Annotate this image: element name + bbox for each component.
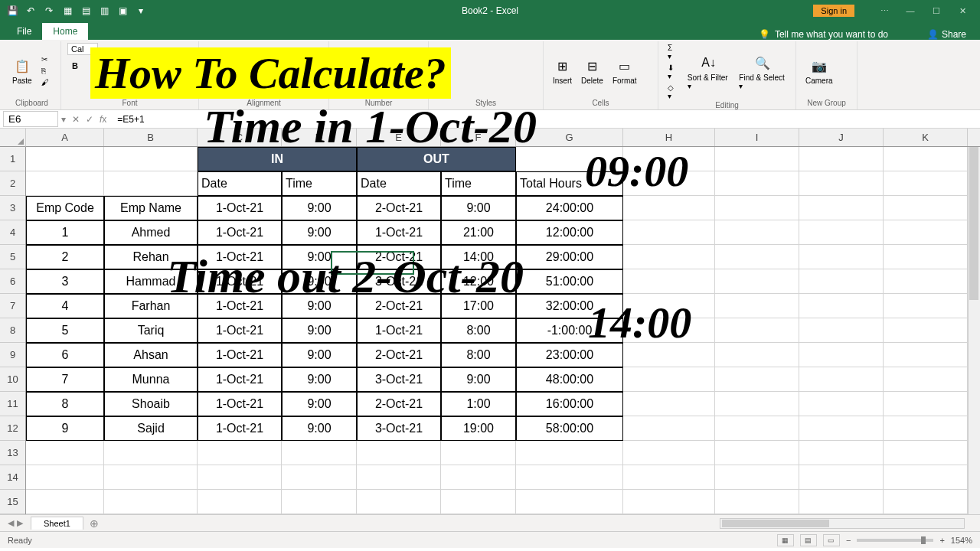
cell[interactable]: Sajid <box>104 416 198 441</box>
cell[interactable] <box>516 465 623 490</box>
cell[interactable]: 8:00 <box>441 318 516 343</box>
qat-icon-4[interactable]: ▣ <box>116 5 129 17</box>
formula-input[interactable] <box>113 112 980 126</box>
cell[interactable]: Time <box>282 171 357 196</box>
column-header[interactable]: G <box>516 129 623 146</box>
cell[interactable] <box>884 441 968 465</box>
redo-icon[interactable]: ↷ <box>43 5 55 17</box>
cancel-formula-icon[interactable]: ✕ <box>72 114 80 125</box>
cell[interactable]: 2-Oct-21 <box>357 392 441 416</box>
cell[interactable]: Ahsan <box>104 343 198 367</box>
cell[interactable] <box>884 367 968 392</box>
cell[interactable]: 48:00:00 <box>516 367 623 392</box>
cell[interactable]: 3-Oct-21 <box>357 367 441 392</box>
minimize-icon[interactable]: — <box>899 3 922 18</box>
file-tab[interactable]: File <box>6 23 42 40</box>
cell[interactable] <box>26 147 104 171</box>
cell[interactable] <box>884 171 968 196</box>
cell[interactable]: 8:00 <box>441 343 516 367</box>
cell[interactable]: 1-Oct-21 <box>198 367 282 392</box>
signin-button[interactable]: Sign in <box>813 5 854 17</box>
qat-more-icon[interactable]: ▾ <box>135 5 147 17</box>
clear-button[interactable]: ◇ ▾ <box>665 83 681 101</box>
normal-view-button[interactable]: ▦ <box>777 534 794 546</box>
name-box[interactable] <box>3 111 58 127</box>
cell[interactable]: 9 <box>26 416 104 441</box>
cell[interactable] <box>623 220 715 245</box>
cell[interactable]: 2-Oct-21 <box>357 343 441 367</box>
cell[interactable] <box>884 220 968 245</box>
cell[interactable] <box>104 465 198 490</box>
cell[interactable]: 1-Oct-21 <box>198 416 282 441</box>
cell[interactable] <box>623 392 715 416</box>
cell[interactable] <box>715 465 799 490</box>
cell[interactable]: 4 <box>26 294 104 318</box>
cell[interactable] <box>516 441 623 465</box>
cell[interactable]: 24:00:00 <box>516 196 623 220</box>
cell[interactable] <box>623 343 715 367</box>
cell[interactable] <box>623 294 715 318</box>
share-button[interactable]: 👤 Share <box>927 29 966 40</box>
camera-button[interactable]: 📷Camera <box>802 55 836 86</box>
cell[interactable]: Date <box>357 171 441 196</box>
cell[interactable]: Ahmed <box>104 220 198 245</box>
cell[interactable]: 1-Oct-21 <box>198 269 282 294</box>
qat-icon-3[interactable]: ▥ <box>98 5 110 17</box>
cell[interactable]: 7 <box>26 367 104 392</box>
fx-icon[interactable]: fx <box>100 114 106 125</box>
zoom-out-button[interactable]: − <box>846 536 851 545</box>
cell[interactable] <box>623 147 715 171</box>
page-layout-button[interactable]: ▤ <box>800 534 817 546</box>
cell[interactable] <box>715 441 799 465</box>
row-header[interactable]: 9 <box>0 343 25 367</box>
cell[interactable]: OUT <box>357 147 516 171</box>
row-header[interactable]: 8 <box>0 318 25 343</box>
cell[interactable] <box>516 490 623 514</box>
cell[interactable]: 16:00:00 <box>516 392 623 416</box>
fill-button[interactable]: ⬇ ▾ <box>665 63 681 81</box>
cell[interactable] <box>799 220 884 245</box>
cell[interactable] <box>441 441 516 465</box>
column-header[interactable]: B <box>104 129 198 146</box>
cell[interactable]: 51:00:00 <box>516 269 623 294</box>
delete-button[interactable]: ⊟Delete <box>578 55 606 86</box>
qat-icon-2[interactable]: ▤ <box>80 5 92 17</box>
cell[interactable] <box>884 416 968 441</box>
row-header[interactable]: 3 <box>0 196 25 220</box>
cell[interactable] <box>715 392 799 416</box>
cell[interactable] <box>282 465 357 490</box>
cell[interactable] <box>441 490 516 514</box>
cell[interactable]: 9:00 <box>282 245 357 269</box>
cell[interactable]: 9:00 <box>282 220 357 245</box>
cell[interactable] <box>623 269 715 294</box>
row-header[interactable]: 2 <box>0 171 25 196</box>
column-header[interactable]: K <box>884 129 968 146</box>
cell[interactable]: 19:00 <box>441 416 516 441</box>
cell[interactable]: 2-Oct-21 <box>357 245 441 269</box>
tell-me-input[interactable]: 💡 Tell me what you want to do <box>759 29 888 40</box>
cell[interactable] <box>715 147 799 171</box>
cell[interactable] <box>357 465 441 490</box>
column-header[interactable]: E <box>357 129 441 146</box>
cell[interactable] <box>799 318 884 343</box>
cell[interactable] <box>799 416 884 441</box>
cell[interactable] <box>623 416 715 441</box>
enter-formula-icon[interactable]: ✓ <box>86 114 93 125</box>
cell[interactable]: 1:00 <box>441 392 516 416</box>
cell[interactable]: 32:00:00 <box>516 294 623 318</box>
zoom-in-button[interactable]: + <box>939 536 944 545</box>
cell[interactable] <box>715 269 799 294</box>
cell[interactable] <box>884 343 968 367</box>
cell[interactable] <box>799 392 884 416</box>
cell[interactable]: Farhan <box>104 294 198 318</box>
cell[interactable]: 12:00:00 <box>516 220 623 245</box>
row-header[interactable]: 15 <box>0 490 25 514</box>
cell[interactable] <box>715 294 799 318</box>
cell[interactable]: 9:00 <box>441 367 516 392</box>
cell[interactable]: 1-Oct-21 <box>198 220 282 245</box>
cell[interactable] <box>623 490 715 514</box>
cell[interactable]: Time <box>441 171 516 196</box>
cell[interactable] <box>623 465 715 490</box>
cell[interactable] <box>884 465 968 490</box>
cell[interactable] <box>104 147 198 171</box>
